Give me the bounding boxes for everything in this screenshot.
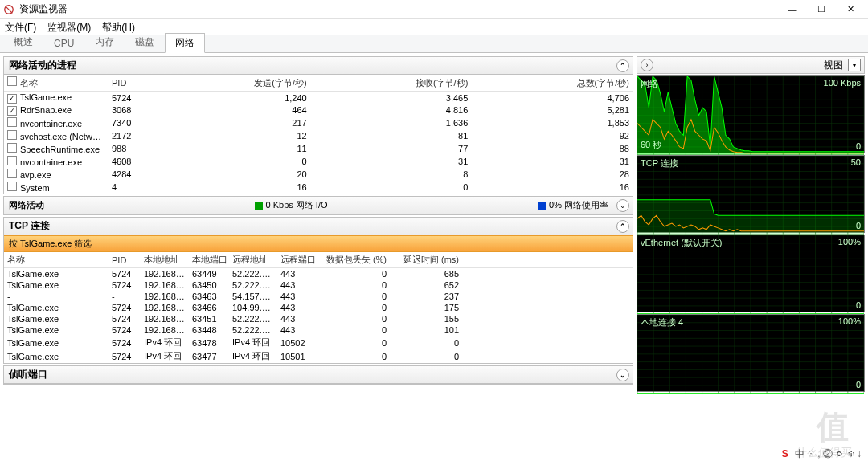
table-row[interactable]: SpeechRuntime.exe988117788 <box>4 142 633 155</box>
processes-panel: 网络活动的进程 ⌃ 名称 PID 发送(字节/秒) 接收(字节/秒) 总数(字节… <box>3 56 633 194</box>
graph-zero: 0 <box>856 141 861 151</box>
graph-zero: 0 <box>856 300 861 310</box>
table-row[interactable]: TslGame.exe5724192.168.3...6345052.222.2… <box>4 279 633 291</box>
close-button[interactable]: ✕ <box>836 1 865 18</box>
table-row[interactable]: TslGame.exe5724192.168.3...6345152.222.2… <box>4 313 633 324</box>
graph-title: TCP 连接 <box>641 157 678 169</box>
table-row[interactable]: ✓RdrSnap.exe30684644,8165,281 <box>4 104 633 117</box>
tab-network[interactable]: 网络 <box>165 33 205 53</box>
tcp-col-raddr[interactable]: 远程地址 <box>229 252 277 268</box>
tab-overview[interactable]: 概述 <box>3 32 43 52</box>
row-checkbox[interactable]: ✓ <box>7 94 17 104</box>
tab-cpu[interactable]: CPU <box>43 35 84 52</box>
tcp-panel-title: TCP 连接 <box>9 219 50 233</box>
graph-zero: 0 <box>856 380 861 390</box>
titlebar: 资源监视器 — ☐ ✕ <box>0 0 868 19</box>
collapse-icon[interactable]: ⌃ <box>616 220 629 233</box>
minimize-button[interactable]: — <box>778 1 807 18</box>
tcp-col-lat[interactable]: 延迟时间 (ms) <box>390 252 462 268</box>
graph: TCP 连接 50 0 <box>637 155 865 233</box>
row-checkbox[interactable] <box>7 182 17 191</box>
table-row[interactable]: TslGame.exe5724192.168.3...6344852.222.2… <box>4 324 633 336</box>
graph-title: vEthernet (默认开关) <box>641 237 722 249</box>
row-checkbox[interactable] <box>7 156 17 165</box>
view-dropdown[interactable]: ▾ <box>848 59 861 71</box>
graph: vEthernet (默认开关) 100% 0 <box>637 235 865 312</box>
graphs-toolbar: › 视图 ▾ <box>637 56 865 74</box>
expand-left-icon[interactable]: › <box>641 59 653 71</box>
network-activity-header[interactable]: 网络活动 0 Kbps 网络 I/O 0% 网络使用率 ⌄ <box>4 197 633 214</box>
tab-memory[interactable]: 内存 <box>84 32 125 52</box>
tcp-table: 名称 PID 本地地址 本地端口 远程地址 远程端口 数据包丢失 (%) 延迟时… <box>4 252 633 363</box>
graph: 网络 100 Kbps 60 秒 0 <box>637 75 865 153</box>
listen-panel-title: 侦听端口 <box>9 368 47 381</box>
graph-title: 本地连接 4 <box>641 316 683 328</box>
col-total[interactable]: 总数(字节/秒) <box>471 75 633 92</box>
col-recv[interactable]: 接收(字节/秒) <box>310 75 472 92</box>
col-send[interactable]: 发送(字节/秒) <box>149 75 310 92</box>
row-checkbox[interactable]: ✓ <box>7 106 17 116</box>
col-name[interactable]: 名称 <box>4 75 108 92</box>
maximize-button[interactable]: ☐ <box>807 1 836 18</box>
tcp-panel-header[interactable]: TCP 连接 ⌃ <box>4 218 633 235</box>
tcp-panel: TCP 连接 ⌃ 按 TslGame.exe 筛选 名称 PID 本地地址 本地… <box>3 217 633 364</box>
table-row[interactable]: TslGame.exe5724192.168.3...63466104.99.2… <box>4 302 633 313</box>
table-row[interactable]: System416016 <box>4 181 633 194</box>
tabstrip: 概述 CPU 内存 磁盘 网络 <box>0 35 868 53</box>
table-row[interactable]: TslGame.exe5724IPv4 环回63477IPv4 环回105010… <box>4 349 633 363</box>
table-row[interactable]: ✓TslGame.exe57241,2403,4654,706 <box>4 92 633 104</box>
taskbar: S 中 ⁙ , ② ⭘ ፨ ↓ <box>0 443 868 465</box>
graph-scale: 50 <box>851 157 861 167</box>
tcp-col-lport[interactable]: 本地端口 <box>189 252 229 268</box>
network-util-label: 0% 网络使用率 <box>549 199 608 211</box>
svg-line-1 <box>6 6 13 13</box>
network-activity-panel: 网络活动 0 Kbps 网络 I/O 0% 网络使用率 ⌄ <box>3 196 633 215</box>
window-title: 资源监视器 <box>19 2 778 16</box>
graph: 本地连接 4 100% 0 <box>637 314 865 392</box>
collapse-icon[interactable]: ⌄ <box>616 199 629 212</box>
tab-disk[interactable]: 磁盘 <box>125 32 165 52</box>
processes-panel-title: 网络活动的进程 <box>9 59 76 72</box>
view-label: 视图 <box>824 59 843 72</box>
app-icon <box>3 4 14 15</box>
network-activity-title: 网络活动 <box>9 199 44 211</box>
listen-panel: 侦听端口 ⌄ <box>3 365 633 385</box>
table-row[interactable]: TslGame.exe5724IPv4 环回63478IPv4 环回105020… <box>4 336 633 349</box>
table-row[interactable]: --192.168.3...6346354.157.76...4430237 <box>4 291 633 302</box>
collapse-icon[interactable]: ⌃ <box>616 59 629 72</box>
graph-xlabel: 60 秒 <box>641 139 661 151</box>
checkbox-all[interactable] <box>7 76 17 86</box>
graph-zero: 0 <box>856 221 861 230</box>
collapse-icon[interactable]: ⌄ <box>616 369 629 381</box>
tcp-col-name[interactable]: 名称 <box>4 252 108 268</box>
row-checkbox[interactable] <box>7 117 17 127</box>
tcp-col-pid[interactable]: PID <box>108 252 141 268</box>
row-checkbox[interactable] <box>7 143 17 153</box>
graph-scale: 100% <box>838 237 861 247</box>
tcp-col-laddr[interactable]: 本地地址 <box>141 252 189 268</box>
graph-title: 网络 <box>641 78 658 90</box>
table-row[interactable]: nvcontainer.exe460803131 <box>4 155 633 168</box>
table-row[interactable]: TslGame.exe5724192.168.3...6344952.222.2… <box>4 268 633 280</box>
processes-panel-header[interactable]: 网络活动的进程 ⌃ <box>4 57 633 75</box>
col-pid[interactable]: PID <box>108 75 149 92</box>
tray-text: 中 ⁙ , ② ⭘ ፨ ↓ <box>795 447 862 461</box>
network-io-label: 0 Kbps 网络 I/O <box>266 199 328 211</box>
io-swatch-icon <box>255 202 263 210</box>
row-checkbox[interactable] <box>7 169 17 178</box>
table-row[interactable]: nvcontainer.exe73402171,6361,853 <box>4 116 633 129</box>
listen-panel-header[interactable]: 侦听端口 ⌄ <box>4 366 633 384</box>
util-swatch-icon <box>538 202 546 210</box>
ime-icon[interactable]: S <box>782 448 788 459</box>
graph-scale: 100 Kbps <box>824 78 861 88</box>
row-checkbox[interactable] <box>7 130 17 140</box>
tcp-col-loss[interactable]: 数据包丢失 (%) <box>317 252 390 268</box>
graph-scale: 100% <box>838 316 861 326</box>
processes-table: 名称 PID 发送(字节/秒) 接收(字节/秒) 总数(字节/秒) ✓TslGa… <box>4 75 633 194</box>
table-row[interactable]: svchost.exe (NetworkService...2172128192 <box>4 129 633 142</box>
tcp-filter-bar[interactable]: 按 TslGame.exe 筛选 <box>4 235 633 252</box>
table-row[interactable]: avp.exe428420828 <box>4 168 633 181</box>
tcp-col-rport[interactable]: 远程端口 <box>277 252 317 268</box>
